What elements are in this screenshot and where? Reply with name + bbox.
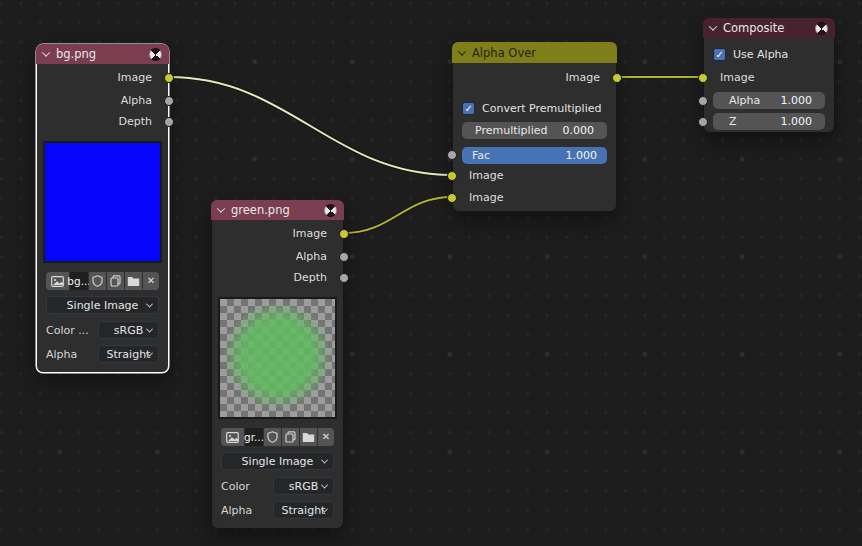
fac-slider[interactable]: Fac 1.000 [462, 147, 607, 164]
output-label-image: Image [566, 69, 600, 87]
node-header[interactable]: green.png [211, 200, 344, 220]
node-title: Composite [723, 21, 784, 35]
output-label-alpha: Alpha [121, 92, 152, 110]
premultiplied-number-field[interactable]: Premultiplied 0.000 [462, 122, 607, 139]
socket-alpha-over-output-image[interactable] [612, 73, 622, 83]
node-green-image[interactable]: green.png Image Alpha Depth gr... [211, 200, 344, 529]
collapse-chevron-icon[interactable] [42, 48, 50, 56]
shield-icon [92, 275, 103, 287]
collapse-chevron-icon[interactable] [709, 22, 717, 30]
output-label-depth: Depth [293, 269, 327, 287]
socket-green-image-output-image[interactable] [339, 229, 349, 239]
alpha-mode-label: Alpha [46, 348, 98, 361]
chevron-down-icon [146, 325, 153, 332]
image-data-icon [324, 204, 337, 217]
socket-alpha-over-input-fac[interactable] [447, 150, 457, 160]
node-header[interactable]: Alpha Over [452, 42, 617, 63]
alpha-mode-row: Alpha Straight [46, 345, 159, 363]
picture-icon [51, 276, 64, 287]
input-label-image: Image [720, 69, 754, 87]
image-datablock-row: bg... ✕ [46, 272, 159, 290]
color-space-dropdown[interactable]: sRGB [98, 321, 159, 339]
chevron-down-icon [146, 349, 153, 356]
open-file-button[interactable] [125, 272, 142, 290]
color-space-label: Color [221, 480, 273, 493]
convert-premultiplied-row: Convert Premultiplied [462, 101, 601, 116]
socket-composite-input-alpha[interactable] [698, 96, 708, 106]
image-preview-green [218, 297, 337, 419]
node-title: bg.png [56, 47, 96, 61]
socket-composite-input-image[interactable] [698, 73, 708, 83]
color-space-dropdown[interactable]: sRGB [273, 477, 334, 495]
socket-composite-input-z[interactable] [698, 117, 708, 127]
node-alpha-over[interactable]: Alpha Over Image Convert Premultiplied P… [452, 42, 617, 212]
output-label-image: Image [118, 69, 152, 87]
shield-icon [267, 431, 278, 443]
node-bg-image[interactable]: bg.png Image Alpha Depth bg... [36, 44, 169, 373]
color-space-label: Color ... [46, 324, 98, 337]
browse-image-button[interactable] [46, 272, 69, 290]
link-green-image-to-alpha-over[interactable] [344, 197, 452, 233]
image-source-value: Single Image [67, 299, 139, 312]
output-label-image: Image [293, 225, 327, 243]
link-bg-image-to-alpha-over[interactable] [169, 77, 452, 175]
image-source-dropdown[interactable]: Single Image [221, 452, 334, 470]
unlink-datablock-button[interactable]: ✕ [143, 272, 159, 290]
z-number-field[interactable]: Z 1.000 [713, 113, 825, 130]
folder-icon [302, 432, 315, 443]
copy-datablock-button[interactable] [107, 272, 124, 290]
premultiplied-label: Premultiplied [475, 124, 547, 137]
image-source-dropdown[interactable]: Single Image [46, 296, 159, 314]
use-alpha-row: Use Alpha [713, 47, 788, 62]
input-label-image-2: Image [469, 189, 503, 207]
unlink-datablock-button[interactable]: ✕ [318, 428, 334, 446]
image-name-field[interactable]: gr... [245, 428, 263, 446]
output-label-alpha: Alpha [296, 248, 327, 266]
chevron-down-icon [321, 505, 328, 512]
socket-alpha-over-input-image-2[interactable] [447, 193, 457, 203]
node-composite[interactable]: Composite Use Alpha Image Alpha 1.000 Z … [703, 18, 835, 133]
z-label: Z [729, 115, 737, 128]
render-result-icon [815, 22, 828, 35]
socket-bg-image-output-depth[interactable] [164, 117, 174, 127]
alpha-number-field[interactable]: Alpha 1.000 [713, 92, 825, 109]
chevron-down-icon [321, 481, 328, 488]
collapse-chevron-icon[interactable] [217, 204, 225, 212]
copy-datablock-button[interactable] [282, 428, 299, 446]
fake-user-button[interactable] [89, 272, 106, 290]
node-editor-canvas[interactable]: { "colors": { "canvas_bg": "#1d1d1d", "n… [0, 0, 862, 546]
socket-bg-image-output-alpha[interactable] [164, 96, 174, 106]
alpha-label: Alpha [729, 94, 760, 107]
image-name-field[interactable]: bg... [70, 272, 88, 290]
open-file-button[interactable] [300, 428, 317, 446]
folder-icon [127, 276, 140, 287]
fac-label: Fac [472, 149, 490, 162]
duplicate-icon [110, 275, 121, 287]
socket-bg-image-output-image[interactable] [164, 73, 174, 83]
socket-green-image-output-depth[interactable] [339, 273, 349, 283]
alpha-mode-dropdown[interactable]: Straight [273, 501, 334, 519]
fake-user-button[interactable] [264, 428, 281, 446]
convert-premultiplied-checkbox[interactable] [462, 102, 475, 115]
color-space-row: Color sRGB [221, 477, 334, 495]
image-data-icon [149, 48, 162, 61]
use-alpha-checkbox[interactable] [713, 48, 726, 61]
alpha-mode-dropdown[interactable]: Straight [98, 345, 159, 363]
convert-premultiplied-label: Convert Premultiplied [482, 102, 601, 115]
socket-green-image-output-alpha[interactable] [339, 252, 349, 262]
alpha-mode-row: Alpha Straight [221, 501, 334, 519]
alpha-mode-value: Straight [107, 348, 151, 361]
node-header[interactable]: Composite [703, 18, 835, 38]
socket-alpha-over-input-image-1[interactable] [447, 171, 457, 181]
color-space-value: sRGB [289, 480, 318, 493]
premultiplied-value: 0.000 [563, 124, 595, 137]
color-space-value: sRGB [114, 324, 143, 337]
output-label-depth: Depth [118, 113, 152, 131]
image-source-value: Single Image [242, 455, 314, 468]
alpha-value: 1.000 [781, 94, 813, 107]
node-header[interactable]: bg.png [36, 44, 169, 64]
alpha-mode-label: Alpha [221, 504, 273, 517]
collapse-chevron-icon[interactable] [458, 47, 466, 55]
image-datablock-row: gr... ✕ [221, 428, 334, 446]
browse-image-button[interactable] [221, 428, 244, 446]
